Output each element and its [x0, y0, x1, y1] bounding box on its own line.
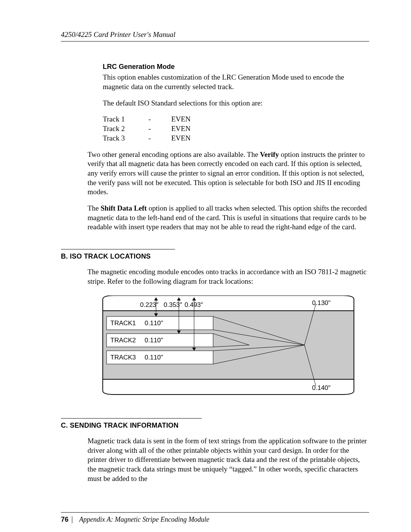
section-b-para: The magnetic encoding module encodes ont… — [88, 267, 369, 286]
diagram-track3-width: 0.110" — [145, 354, 163, 361]
edge-top: 0.130" — [312, 299, 331, 307]
footer-text: Appendix A: Magnetic Stripe Encoding Mod… — [79, 516, 209, 523]
track-value: EVEN — [171, 134, 202, 143]
dash: - — [148, 124, 156, 134]
page: 4250/4225 Card Printer User's Manual LRC… — [0, 0, 411, 532]
section-divider — [61, 249, 175, 249]
general-options: Two other general encoding options are a… — [88, 150, 369, 232]
table-row: Track 1 - EVEN — [103, 115, 369, 124]
lrc-defaults-table: Track 1 - EVEN Track 2 - EVEN Track 3 - … — [103, 115, 369, 143]
section-b-heading: B. ISO TRACK LOCATIONS — [61, 252, 369, 260]
page-number: 76 — [61, 516, 68, 523]
table-row: Track 2 - EVEN — [103, 124, 369, 134]
text: The — [88, 204, 100, 212]
track-value: EVEN — [171, 115, 202, 124]
track-location-diagram: TRACK1 0.110" TRACK2 0.110" TRACK3 0.110… — [99, 296, 369, 401]
running-header: 4250/4225 Card Printer User's Manual — [61, 30, 369, 42]
lrc-para-1: This option enables customization of the… — [103, 73, 369, 91]
shift-para: The Shift Data Left option is applied to… — [88, 204, 369, 232]
lrc-para-2: The default ISO Standard selections for … — [103, 99, 369, 108]
text: Two other general encoding options are a… — [88, 150, 260, 158]
diagram-track2-width: 0.110" — [145, 337, 163, 344]
footer-divider — [72, 516, 72, 523]
section-divider — [61, 418, 202, 419]
verify-option-label: Verify — [260, 150, 279, 158]
edge-bottom: 0.140" — [312, 384, 331, 391]
diagram-track1-width: 0.110" — [145, 320, 163, 327]
verify-para: Two other general encoding options are a… — [88, 150, 369, 197]
section-b-body: The magnetic encoding module encodes ont… — [88, 267, 369, 401]
section-c-heading: C. SENDING TRACK INFORMATION — [61, 422, 369, 430]
offset-a: 0.223" — [140, 301, 159, 308]
diagram-track2-label: TRACK2 — [110, 337, 136, 344]
diagram-track3-label: TRACK3 — [110, 354, 136, 361]
track-label: Track 3 — [103, 134, 133, 143]
diagram-track1-label: TRACK1 — [110, 320, 136, 327]
dash: - — [148, 115, 156, 124]
lrc-heading: LRC Generation Mode — [103, 62, 369, 71]
track-label: Track 1 — [103, 115, 133, 124]
offset-b: 0.353" — [164, 301, 182, 308]
track-value: EVEN — [171, 124, 202, 134]
offset-c: 0.493" — [185, 301, 203, 308]
dash: - — [148, 134, 156, 143]
section-c-body: Magnetic track data is sent in the form … — [88, 436, 369, 483]
track-label: Track 2 — [103, 124, 133, 134]
table-row: Track 3 - EVEN — [103, 134, 369, 143]
section-c-para: Magnetic track data is sent in the form … — [88, 436, 369, 483]
page-footer: 76 Appendix A: Magnetic Stripe Encoding … — [61, 512, 369, 524]
lrc-section: LRC Generation Mode This option enables … — [103, 62, 369, 143]
shift-option-label: Shift Data Left — [100, 204, 147, 212]
